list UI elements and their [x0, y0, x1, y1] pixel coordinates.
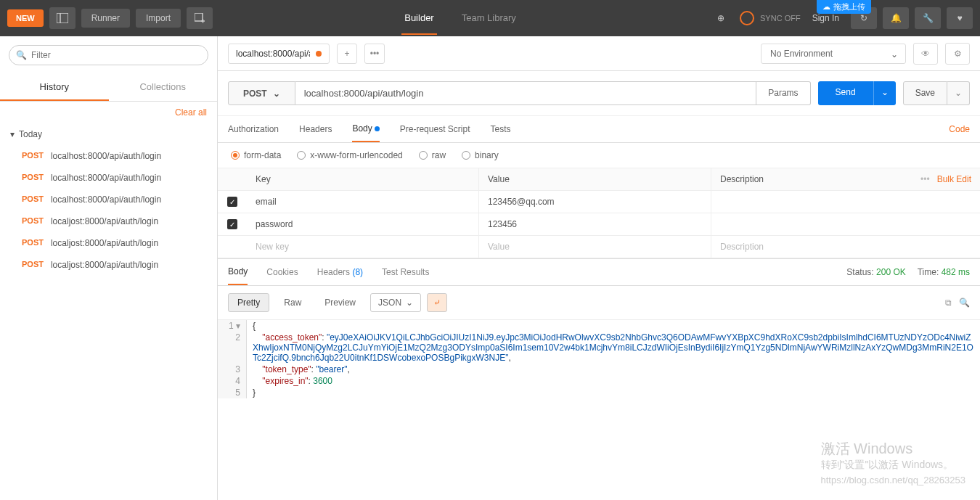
environment-select[interactable]: No Environment ⌄ [761, 44, 906, 64]
history-method: POST [22, 151, 44, 161]
chevron-down-icon: ⌄ [273, 89, 280, 99]
format-select[interactable]: JSON ⌄ [370, 293, 421, 312]
caret-down-icon: ▾ [10, 129, 15, 139]
save-button[interactable]: Save [903, 81, 947, 105]
copy-icon: ⧉ [945, 298, 952, 308]
key-cell[interactable]: email [247, 191, 479, 213]
view-pretty[interactable]: Pretty [228, 293, 269, 312]
request-tab[interactable]: localhost:8000/api/a [228, 44, 330, 64]
col-value: Value [479, 168, 711, 190]
response-body[interactable]: 1 ▾{ 2 "access_token": "eyJ0eXAiOiJKV1Qi… [218, 319, 980, 500]
settings-button[interactable]: 🔧 [915, 7, 941, 29]
tab-options-button[interactable]: ••• [364, 44, 385, 64]
history-item[interactable]: POSTlocalhost:8000/api/auth/login [0, 167, 217, 189]
response-tab-cookies[interactable]: Cookies [266, 260, 298, 284]
time-label: Time: [918, 267, 939, 277]
response-tab-tests[interactable]: Test Results [382, 260, 429, 284]
radio-urlencoded[interactable]: x-www-form-urlencoded [297, 150, 402, 160]
key-cell[interactable]: password [247, 213, 479, 235]
signin-button[interactable]: Sign In [807, 13, 845, 23]
method-label: POST [243, 89, 267, 99]
history-tab[interactable]: History [0, 74, 109, 101]
params-button[interactable]: Params [756, 81, 810, 105]
collections-tab[interactable]: Collections [109, 74, 218, 101]
new-window-icon [195, 13, 205, 23]
new-value-input[interactable]: Value [479, 236, 711, 258]
search-response-button[interactable]: 🔍 [959, 298, 970, 308]
row-checkbox[interactable]: ✓ [227, 197, 237, 207]
view-raw[interactable]: Raw [275, 294, 310, 311]
environment-quicklook-button[interactable]: 👁 [913, 43, 938, 65]
save-dropdown[interactable]: ⌄ [947, 81, 970, 105]
dots-icon: ••• [370, 49, 380, 59]
more-icon[interactable]: ••• [920, 174, 930, 184]
history-item[interactable]: POSTlocalhost:8000/api/auth/login [0, 189, 217, 210]
tab-body-label: Body [352, 123, 372, 134]
view-preview[interactable]: Preview [316, 294, 364, 311]
heart-button[interactable]: ♥ [947, 7, 973, 29]
builder-tab[interactable]: Builder [401, 2, 436, 35]
unsaved-dot-icon [316, 51, 322, 57]
history-item[interactable]: POSTlocalhost:8000/api/auth/login [0, 145, 217, 167]
notifications-button[interactable]: 🔔 [883, 7, 909, 29]
radio-raw[interactable]: raw [419, 150, 446, 160]
float-upload-badge[interactable]: ☁ 拖拽上传 [817, 0, 871, 14]
history-item[interactable]: POSTlocaljost:8000/api/auth/login [0, 210, 217, 232]
code-link[interactable]: Code [949, 117, 970, 142]
new-window-button[interactable] [187, 7, 213, 29]
environment-settings-button[interactable]: ⚙ [945, 43, 970, 65]
history-item[interactable]: POSTlocaljost:8000/api/auth/login [0, 232, 217, 254]
chevron-down-icon: ⌄ [891, 49, 898, 60]
toggle-sidebar-button[interactable] [49, 7, 75, 29]
new-tab-button[interactable]: + [337, 44, 357, 64]
copy-button[interactable]: ⧉ [945, 298, 952, 308]
import-button[interactable]: Import [136, 9, 181, 28]
tab-authorization[interactable]: Authorization [228, 117, 279, 142]
new-desc-input[interactable]: Description [711, 236, 980, 258]
row-checkbox[interactable]: ✓ [227, 219, 237, 229]
chevron-down-icon: ⌄ [406, 298, 413, 308]
line-number: 4 [218, 375, 247, 387]
history-method: POST [22, 173, 44, 183]
url-input[interactable] [295, 81, 757, 105]
radio-formdata[interactable]: form-data [231, 150, 281, 160]
tab-headers[interactable]: Headers [299, 117, 332, 142]
radio-label: binary [475, 150, 499, 160]
response-tab-headers[interactable]: Headers (8) [317, 260, 363, 284]
new-key-input[interactable]: New key [247, 236, 479, 258]
runner-button[interactable]: Runner [81, 9, 130, 28]
clear-all-button[interactable]: Clear all [0, 102, 217, 123]
radio-binary[interactable]: binary [462, 150, 499, 160]
history-group-toggle[interactable]: ▾ Today [0, 123, 217, 145]
team-library-tab[interactable]: Team Library [459, 2, 519, 35]
wrap-lines-button[interactable]: ⤶ [427, 293, 447, 312]
json-value: "bearer" [316, 364, 347, 374]
tab-prerequest[interactable]: Pre-request Script [400, 117, 470, 142]
response-headers-label: Headers [317, 267, 350, 277]
radio-label: raw [432, 150, 446, 160]
col-key: Key [247, 168, 479, 190]
wrap-icon: ⤶ [433, 298, 441, 308]
json-key: "expires_in" [262, 376, 308, 386]
send-button[interactable]: Send [818, 81, 873, 105]
filter-input[interactable] [9, 45, 208, 65]
tab-body[interactable]: Body [352, 116, 379, 142]
history-method: POST [22, 194, 44, 205]
send-dropdown[interactable]: ⌄ [873, 81, 896, 105]
tab-tests[interactable]: Tests [490, 117, 510, 142]
heart-icon: ♥ [957, 13, 962, 23]
sync-indicator-icon [740, 11, 754, 25]
satellite-button[interactable]: ⊕ [708, 7, 734, 29]
value-cell[interactable]: 123456 [479, 213, 711, 235]
value-cell[interactable]: 123456@qq.com [479, 191, 711, 213]
sidebar: 🔍 History Collections Clear all ▾ Today … [0, 36, 218, 500]
desc-cell[interactable] [711, 213, 980, 235]
desc-cell[interactable] [711, 191, 980, 213]
json-value: "eyJ0eXAiOiJKV1QiLCJhbGciOiJIUzI1NiJ9.ey… [253, 332, 973, 363]
new-button[interactable]: NEW [7, 9, 44, 27]
method-select[interactable]: POST ⌄ [228, 81, 295, 105]
bulk-edit-button[interactable]: Bulk Edit [937, 174, 971, 184]
json-key: "token_type" [262, 364, 311, 374]
history-item[interactable]: POSTlocaljost:8000/api/auth/login [0, 254, 217, 276]
response-tab-body[interactable]: Body [228, 259, 248, 285]
